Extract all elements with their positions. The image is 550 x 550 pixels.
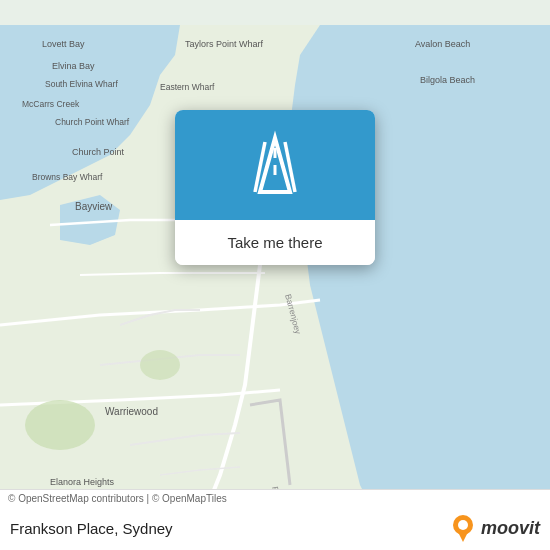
svg-text:South Elvina Wharf: South Elvina Wharf	[45, 79, 118, 89]
moovit-pin-icon	[449, 514, 477, 542]
svg-point-26	[458, 520, 468, 530]
svg-text:Bilgola Beach: Bilgola Beach	[420, 75, 475, 85]
map-attribution: © OpenStreetMap contributors | © OpenMap…	[0, 490, 550, 506]
svg-text:McCarrs Creek: McCarrs Creek	[22, 99, 80, 109]
location-bar: Frankson Place, Sydney moovit	[0, 506, 550, 550]
popup-card: Take me there	[175, 110, 375, 265]
map-background: Lovett Bay Elvina Bay Taylors Point Whar…	[0, 0, 550, 550]
svg-text:Church Point Wharf: Church Point Wharf	[55, 117, 130, 127]
moovit-logo: moovit	[449, 514, 540, 542]
map-container: Lovett Bay Elvina Bay Taylors Point Whar…	[0, 0, 550, 550]
road-icon	[240, 130, 310, 200]
take-me-there-button[interactable]: Take me there	[175, 220, 375, 265]
svg-point-18	[25, 400, 95, 450]
svg-text:Taylors Point Wharf: Taylors Point Wharf	[185, 39, 264, 49]
popup-image-area	[175, 110, 375, 220]
svg-text:Lovett Bay: Lovett Bay	[42, 39, 85, 49]
svg-text:Avalon Beach: Avalon Beach	[415, 39, 470, 49]
svg-point-19	[140, 350, 180, 380]
moovit-wordmark: moovit	[481, 518, 540, 539]
svg-text:Eastern Wharf: Eastern Wharf	[160, 82, 215, 92]
bottom-bar: © OpenStreetMap contributors | © OpenMap…	[0, 489, 550, 550]
svg-text:Browns Bay Wharf: Browns Bay Wharf	[32, 172, 103, 182]
svg-text:Elanora Heights: Elanora Heights	[50, 477, 115, 487]
location-name: Frankson Place, Sydney	[10, 520, 441, 537]
svg-text:Warriewood: Warriewood	[105, 406, 158, 417]
svg-text:Bayview: Bayview	[75, 201, 113, 212]
svg-text:Elvina Bay: Elvina Bay	[52, 61, 95, 71]
svg-text:Church Point: Church Point	[72, 147, 125, 157]
svg-marker-27	[458, 532, 468, 542]
